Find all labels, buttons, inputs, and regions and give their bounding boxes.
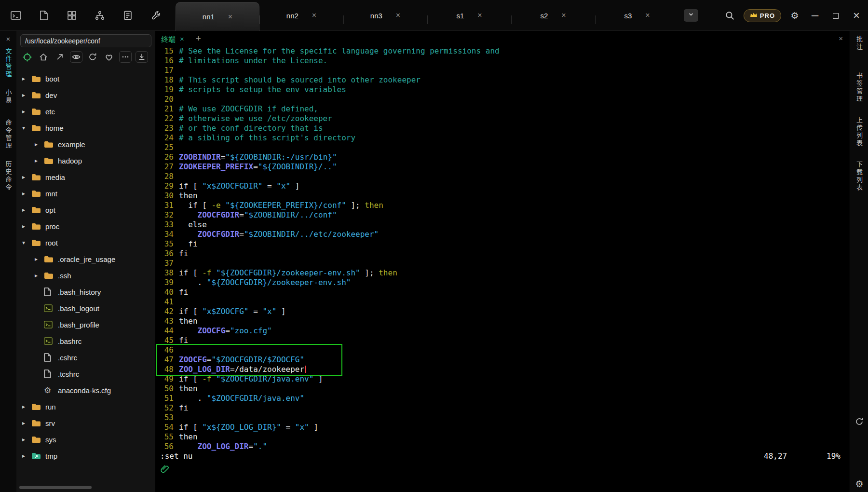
tab-close-icon[interactable]: × xyxy=(312,12,316,19)
tree-item-.bash_profile[interactable]: .bash_profile xyxy=(16,316,155,333)
close-button[interactable]: × xyxy=(850,9,863,22)
tree-item-.ssh[interactable]: ▸.ssh xyxy=(16,267,155,284)
session-tab-nn3[interactable]: nn3× xyxy=(343,0,427,31)
chevron-collapsed-icon[interactable]: ▸ xyxy=(35,272,42,279)
home-icon[interactable] xyxy=(37,51,50,63)
tab-close-icon[interactable]: × xyxy=(396,12,400,19)
tab-close-icon[interactable]: × xyxy=(645,12,650,19)
more-icon[interactable] xyxy=(119,51,132,63)
path-input[interactable] xyxy=(20,34,151,47)
apps-grid-icon[interactable] xyxy=(66,9,78,22)
tree-item-.bash_history[interactable]: .bash_history xyxy=(16,284,155,300)
left-tab-1[interactable]: 小易 xyxy=(4,89,13,105)
left-tab-0[interactable]: 文件管理 xyxy=(4,48,13,79)
session-tab-s1[interactable]: s1× xyxy=(427,0,511,31)
chevron-collapsed-icon[interactable]: ▸ xyxy=(22,436,30,443)
heart-icon[interactable] xyxy=(103,51,115,63)
line-number: 19 xyxy=(160,85,174,95)
right-tab-3[interactable]: 下载列表 xyxy=(854,161,864,192)
tree-item-label: .cshrc xyxy=(58,354,77,362)
folder-icon xyxy=(31,190,42,197)
refresh-icon[interactable] xyxy=(850,417,868,426)
left-tab-3[interactable]: 历史命令 xyxy=(4,161,13,191)
tree-item-media[interactable]: ▸media xyxy=(16,169,155,185)
tree-item-etc[interactable]: ▸etc xyxy=(16,103,155,120)
new-file-icon[interactable] xyxy=(38,9,50,22)
chevron-collapsed-icon[interactable]: ▸ xyxy=(22,108,30,115)
tree-item-.bashrc[interactable]: .bashrc xyxy=(16,333,155,349)
session-tab-s2[interactable]: s2× xyxy=(511,0,595,31)
gear-icon[interactable]: ⚙ xyxy=(850,479,868,489)
tools-icon[interactable] xyxy=(149,9,162,22)
terminal-tab[interactable]: 终端 xyxy=(161,34,176,44)
new-terminal-tab-button[interactable]: + xyxy=(196,33,201,44)
chevron-collapsed-icon[interactable]: ▸ xyxy=(35,141,42,148)
left-tab-2[interactable]: 命令管理 xyxy=(4,119,13,150)
settings-gear-icon[interactable]: ⚙ xyxy=(788,9,801,22)
tree-item-dev[interactable]: ▸dev xyxy=(16,87,155,103)
chevron-collapsed-icon[interactable]: ▸ xyxy=(22,223,30,230)
session-tab-nn1[interactable]: nn1× xyxy=(176,2,259,31)
chevron-collapsed-icon[interactable]: ▸ xyxy=(22,92,30,98)
code-line: 24# a sibling of this script's directory xyxy=(155,133,500,143)
tree-item-proc[interactable]: ▸proc xyxy=(16,218,155,234)
tree-item-hadoop[interactable]: ▸hadoop xyxy=(16,152,155,169)
target-icon[interactable] xyxy=(21,51,33,63)
chevron-collapsed-icon[interactable]: ▸ xyxy=(22,452,30,459)
tree-item-.tcshrc[interactable]: .tcshrc xyxy=(16,366,155,382)
tree-item-mnt[interactable]: ▸mnt xyxy=(16,185,155,202)
tree-item-boot[interactable]: ▸boot xyxy=(16,70,155,87)
tab-list-dropdown[interactable] xyxy=(684,9,698,22)
chevron-collapsed-icon[interactable]: ▸ xyxy=(22,420,30,426)
download-icon[interactable] xyxy=(136,51,148,63)
terminal-icon[interactable] xyxy=(10,9,22,22)
chevron-expanded-icon[interactable]: ▾ xyxy=(22,239,30,246)
search-icon[interactable] xyxy=(724,9,736,22)
panel-close-icon[interactable]: × xyxy=(6,35,11,43)
connections-icon[interactable] xyxy=(94,9,106,22)
pro-badge[interactable]: PRO xyxy=(744,9,781,22)
code-line: 25 xyxy=(155,143,500,152)
tree-item-.oracle_jre_usage[interactable]: ▸.oracle_jre_usage xyxy=(16,251,155,267)
chevron-collapsed-icon[interactable]: ▸ xyxy=(22,206,30,213)
tree-item-label: example xyxy=(58,140,85,149)
chevron-collapsed-icon[interactable]: ▸ xyxy=(22,403,30,410)
right-tab-1[interactable]: 书签管理 xyxy=(854,72,864,103)
tree-item-home[interactable]: ▾home xyxy=(16,120,155,136)
tree-item-srv[interactable]: ▸srv xyxy=(16,415,155,431)
attachment-icon[interactable] xyxy=(160,464,170,476)
minimize-button[interactable]: ─ xyxy=(808,10,822,21)
terminal-tab-close-icon[interactable]: × xyxy=(180,35,184,43)
chevron-collapsed-icon[interactable]: ▸ xyxy=(22,174,30,180)
tree-item-run[interactable]: ▸run xyxy=(16,398,155,415)
tree-item-anaconda-ks.cfg[interactable]: ⚙anaconda-ks.cfg xyxy=(16,382,155,398)
tab-close-icon[interactable]: × xyxy=(477,12,482,19)
eye-icon[interactable] xyxy=(70,51,82,63)
tab-close-icon[interactable]: × xyxy=(561,12,566,19)
tree-item-example[interactable]: ▸example xyxy=(16,136,155,152)
chevron-collapsed-icon[interactable]: ▸ xyxy=(22,75,30,82)
jump-arrow-icon[interactable] xyxy=(54,51,66,63)
refresh-icon[interactable] xyxy=(86,51,99,63)
tree-item-sys[interactable]: ▸sys xyxy=(16,431,155,448)
tree-item-tmp[interactable]: ▸tmp xyxy=(16,448,155,464)
maximize-button[interactable] xyxy=(829,10,842,21)
horizontal-scrollbar[interactable] xyxy=(19,486,92,489)
chevron-expanded-icon[interactable]: ▾ xyxy=(22,124,30,131)
tab-close-icon[interactable]: × xyxy=(228,13,232,21)
tree-item-opt[interactable]: ▸opt xyxy=(16,202,155,218)
terminal-panel-close-icon[interactable]: × xyxy=(839,34,843,42)
chevron-collapsed-icon[interactable]: ▸ xyxy=(35,157,42,164)
line-number: 29 xyxy=(160,181,174,191)
session-tab-s3[interactable]: s3× xyxy=(595,0,679,31)
session-tab-nn2[interactable]: nn2× xyxy=(259,0,343,31)
right-tab-0[interactable]: 批注 xyxy=(854,36,864,51)
tree-item-.cshrc[interactable]: .cshrc xyxy=(16,349,155,366)
tree-item-root[interactable]: ▾root xyxy=(16,234,155,251)
code-area[interactable]: 15# See the License for the specific lan… xyxy=(155,46,500,451)
right-tab-2[interactable]: 上传列表 xyxy=(854,117,864,148)
chevron-collapsed-icon[interactable]: ▸ xyxy=(35,256,42,262)
tree-item-.bash_logout[interactable]: .bash_logout xyxy=(16,300,155,316)
task-list-icon[interactable] xyxy=(122,9,134,22)
chevron-collapsed-icon[interactable]: ▸ xyxy=(22,190,30,197)
